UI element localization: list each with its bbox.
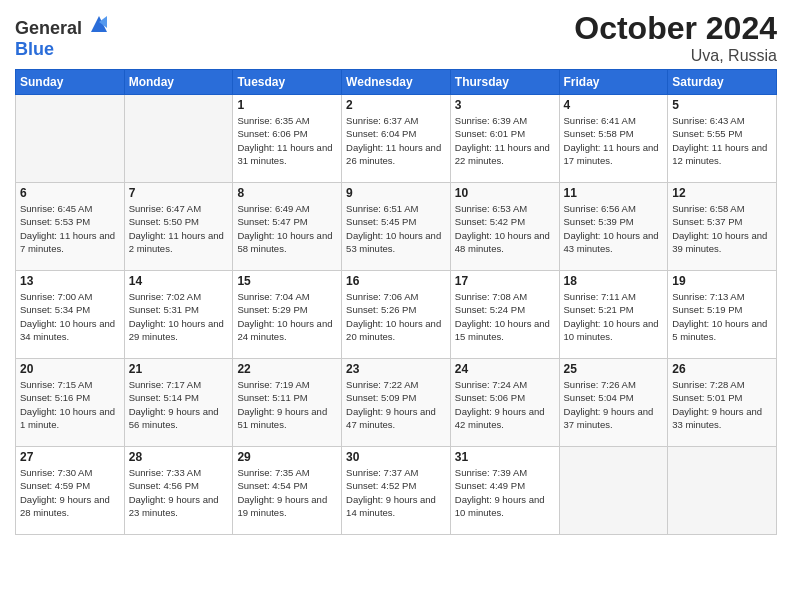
calendar-week-row: 13Sunrise: 7:00 AMSunset: 5:34 PMDayligh… (16, 271, 777, 359)
calendar-cell: 27Sunrise: 7:30 AMSunset: 4:59 PMDayligh… (16, 447, 125, 535)
calendar-cell: 5Sunrise: 6:43 AMSunset: 5:55 PMDaylight… (668, 95, 777, 183)
page-container: General Blue October 2024 Uva, Russia Su… (0, 0, 792, 545)
calendar-cell: 28Sunrise: 7:33 AMSunset: 4:56 PMDayligh… (124, 447, 233, 535)
day-number: 30 (346, 450, 446, 464)
day-info: Sunrise: 7:30 AMSunset: 4:59 PMDaylight:… (20, 466, 120, 519)
day-info: Sunrise: 7:15 AMSunset: 5:16 PMDaylight:… (20, 378, 120, 431)
day-info: Sunrise: 6:41 AMSunset: 5:58 PMDaylight:… (564, 114, 664, 167)
day-number: 5 (672, 98, 772, 112)
calendar-cell: 17Sunrise: 7:08 AMSunset: 5:24 PMDayligh… (450, 271, 559, 359)
calendar-cell: 24Sunrise: 7:24 AMSunset: 5:06 PMDayligh… (450, 359, 559, 447)
calendar-cell (668, 447, 777, 535)
weekday-header: Thursday (450, 70, 559, 95)
logo-icon (89, 14, 109, 34)
day-info: Sunrise: 7:11 AMSunset: 5:21 PMDaylight:… (564, 290, 664, 343)
day-info: Sunrise: 7:37 AMSunset: 4:52 PMDaylight:… (346, 466, 446, 519)
day-number: 13 (20, 274, 120, 288)
day-info: Sunrise: 7:26 AMSunset: 5:04 PMDaylight:… (564, 378, 664, 431)
day-info: Sunrise: 7:22 AMSunset: 5:09 PMDaylight:… (346, 378, 446, 431)
day-info: Sunrise: 6:53 AMSunset: 5:42 PMDaylight:… (455, 202, 555, 255)
day-info: Sunrise: 7:06 AMSunset: 5:26 PMDaylight:… (346, 290, 446, 343)
calendar-cell: 11Sunrise: 6:56 AMSunset: 5:39 PMDayligh… (559, 183, 668, 271)
day-number: 25 (564, 362, 664, 376)
day-number: 6 (20, 186, 120, 200)
day-info: Sunrise: 6:58 AMSunset: 5:37 PMDaylight:… (672, 202, 772, 255)
calendar-week-row: 1Sunrise: 6:35 AMSunset: 6:06 PMDaylight… (16, 95, 777, 183)
day-info: Sunrise: 6:39 AMSunset: 6:01 PMDaylight:… (455, 114, 555, 167)
calendar-cell: 7Sunrise: 6:47 AMSunset: 5:50 PMDaylight… (124, 183, 233, 271)
calendar-cell: 20Sunrise: 7:15 AMSunset: 5:16 PMDayligh… (16, 359, 125, 447)
day-number: 17 (455, 274, 555, 288)
day-info: Sunrise: 6:51 AMSunset: 5:45 PMDaylight:… (346, 202, 446, 255)
calendar-cell (124, 95, 233, 183)
day-number: 22 (237, 362, 337, 376)
day-number: 4 (564, 98, 664, 112)
day-info: Sunrise: 6:45 AMSunset: 5:53 PMDaylight:… (20, 202, 120, 255)
day-number: 3 (455, 98, 555, 112)
day-info: Sunrise: 7:04 AMSunset: 5:29 PMDaylight:… (237, 290, 337, 343)
calendar-cell: 14Sunrise: 7:02 AMSunset: 5:31 PMDayligh… (124, 271, 233, 359)
weekday-header: Saturday (668, 70, 777, 95)
day-info: Sunrise: 6:35 AMSunset: 6:06 PMDaylight:… (237, 114, 337, 167)
logo: General Blue (15, 14, 109, 60)
day-info: Sunrise: 6:47 AMSunset: 5:50 PMDaylight:… (129, 202, 229, 255)
calendar-cell (16, 95, 125, 183)
calendar-cell: 19Sunrise: 7:13 AMSunset: 5:19 PMDayligh… (668, 271, 777, 359)
day-number: 31 (455, 450, 555, 464)
logo-blue: Blue (15, 39, 54, 59)
day-info: Sunrise: 7:17 AMSunset: 5:14 PMDaylight:… (129, 378, 229, 431)
calendar-cell: 22Sunrise: 7:19 AMSunset: 5:11 PMDayligh… (233, 359, 342, 447)
header: General Blue October 2024 Uva, Russia (15, 10, 777, 65)
day-info: Sunrise: 7:00 AMSunset: 5:34 PMDaylight:… (20, 290, 120, 343)
logo-text: General Blue (15, 14, 109, 60)
day-info: Sunrise: 7:35 AMSunset: 4:54 PMDaylight:… (237, 466, 337, 519)
calendar-cell: 10Sunrise: 6:53 AMSunset: 5:42 PMDayligh… (450, 183, 559, 271)
calendar-cell: 26Sunrise: 7:28 AMSunset: 5:01 PMDayligh… (668, 359, 777, 447)
calendar-cell: 1Sunrise: 6:35 AMSunset: 6:06 PMDaylight… (233, 95, 342, 183)
day-number: 19 (672, 274, 772, 288)
calendar-cell: 9Sunrise: 6:51 AMSunset: 5:45 PMDaylight… (342, 183, 451, 271)
day-number: 29 (237, 450, 337, 464)
calendar-week-row: 20Sunrise: 7:15 AMSunset: 5:16 PMDayligh… (16, 359, 777, 447)
calendar-week-row: 27Sunrise: 7:30 AMSunset: 4:59 PMDayligh… (16, 447, 777, 535)
day-info: Sunrise: 7:24 AMSunset: 5:06 PMDaylight:… (455, 378, 555, 431)
day-number: 26 (672, 362, 772, 376)
day-number: 15 (237, 274, 337, 288)
calendar-cell: 16Sunrise: 7:06 AMSunset: 5:26 PMDayligh… (342, 271, 451, 359)
calendar-cell: 21Sunrise: 7:17 AMSunset: 5:14 PMDayligh… (124, 359, 233, 447)
title-block: October 2024 Uva, Russia (574, 10, 777, 65)
calendar-cell: 23Sunrise: 7:22 AMSunset: 5:09 PMDayligh… (342, 359, 451, 447)
day-info: Sunrise: 7:13 AMSunset: 5:19 PMDaylight:… (672, 290, 772, 343)
day-number: 20 (20, 362, 120, 376)
calendar-cell: 13Sunrise: 7:00 AMSunset: 5:34 PMDayligh… (16, 271, 125, 359)
day-number: 24 (455, 362, 555, 376)
weekday-header: Friday (559, 70, 668, 95)
day-number: 14 (129, 274, 229, 288)
calendar-cell: 2Sunrise: 6:37 AMSunset: 6:04 PMDaylight… (342, 95, 451, 183)
day-number: 10 (455, 186, 555, 200)
calendar-cell: 6Sunrise: 6:45 AMSunset: 5:53 PMDaylight… (16, 183, 125, 271)
day-info: Sunrise: 6:56 AMSunset: 5:39 PMDaylight:… (564, 202, 664, 255)
day-number: 12 (672, 186, 772, 200)
day-number: 23 (346, 362, 446, 376)
calendar-cell: 31Sunrise: 7:39 AMSunset: 4:49 PMDayligh… (450, 447, 559, 535)
day-info: Sunrise: 7:39 AMSunset: 4:49 PMDaylight:… (455, 466, 555, 519)
calendar-cell: 25Sunrise: 7:26 AMSunset: 5:04 PMDayligh… (559, 359, 668, 447)
weekday-header: Sunday (16, 70, 125, 95)
weekday-header: Tuesday (233, 70, 342, 95)
day-info: Sunrise: 7:33 AMSunset: 4:56 PMDaylight:… (129, 466, 229, 519)
day-info: Sunrise: 7:02 AMSunset: 5:31 PMDaylight:… (129, 290, 229, 343)
calendar-cell: 12Sunrise: 6:58 AMSunset: 5:37 PMDayligh… (668, 183, 777, 271)
day-info: Sunrise: 7:28 AMSunset: 5:01 PMDaylight:… (672, 378, 772, 431)
calendar-cell: 4Sunrise: 6:41 AMSunset: 5:58 PMDaylight… (559, 95, 668, 183)
day-info: Sunrise: 6:49 AMSunset: 5:47 PMDaylight:… (237, 202, 337, 255)
day-info: Sunrise: 7:08 AMSunset: 5:24 PMDaylight:… (455, 290, 555, 343)
calendar-cell: 8Sunrise: 6:49 AMSunset: 5:47 PMDaylight… (233, 183, 342, 271)
calendar-table: SundayMondayTuesdayWednesdayThursdayFrid… (15, 69, 777, 535)
day-number: 9 (346, 186, 446, 200)
calendar-cell: 29Sunrise: 7:35 AMSunset: 4:54 PMDayligh… (233, 447, 342, 535)
logo-general: General (15, 18, 82, 38)
day-number: 18 (564, 274, 664, 288)
day-info: Sunrise: 7:19 AMSunset: 5:11 PMDaylight:… (237, 378, 337, 431)
calendar-week-row: 6Sunrise: 6:45 AMSunset: 5:53 PMDaylight… (16, 183, 777, 271)
